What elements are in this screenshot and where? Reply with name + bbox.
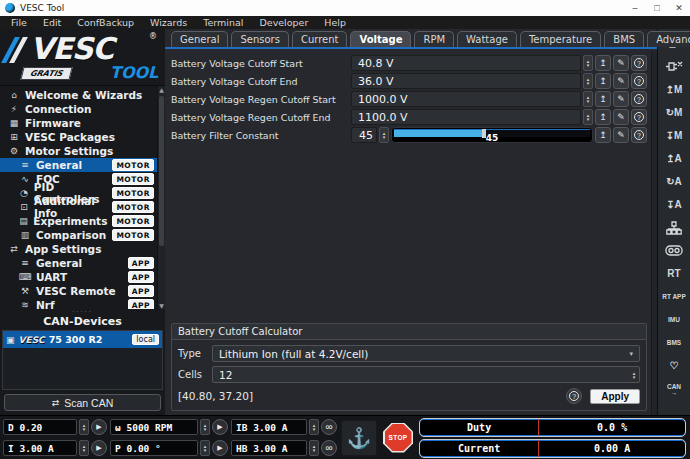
param-edit-button[interactable]: ✎ xyxy=(613,91,629,107)
battery-type-dropdown[interactable]: Lithium Ion (full at 4.2V/cell) ▾ xyxy=(212,345,640,362)
sidebar-item-motor-settings[interactable]: ⚙ Motor Settings xyxy=(0,144,165,158)
current-input[interactable]: I 3.00 A xyxy=(3,440,77,456)
can-forward-button[interactable]: CAN → xyxy=(661,379,687,398)
param-upload-button[interactable]: ↥ xyxy=(595,91,611,107)
tab-voltage[interactable]: Voltage xyxy=(350,31,411,47)
handbrake-input[interactable]: HB 3.00 A xyxy=(231,440,307,456)
param-spinner[interactable]: ▴▾ xyxy=(583,109,593,125)
menu-wizards[interactable]: Wizards xyxy=(143,17,194,28)
sidebar-item-firmware[interactable]: ▦ Firmware xyxy=(0,116,165,130)
param-spinner[interactable]: ▴▾ xyxy=(583,55,593,71)
menu-confbackup[interactable]: ConfBackup xyxy=(70,17,141,28)
cells-spinbox[interactable]: 12 ▴▾ xyxy=(212,366,640,383)
menu-developer[interactable]: Developer xyxy=(252,17,315,28)
param-edit-button[interactable]: ✎ xyxy=(613,73,629,89)
run-speed-button[interactable]: ▶ xyxy=(212,419,228,435)
can-device-row[interactable]: ▣ VESC 75 300 R2 local xyxy=(3,331,162,348)
sidebar-scrollbar[interactable]: ▲ ▼ xyxy=(157,86,165,309)
param-help-button[interactable]: ? xyxy=(631,73,647,89)
run-handbrake-button[interactable]: ∞ xyxy=(321,440,337,456)
sidebar-item-comparison[interactable]: ▥ Comparison MOTOR xyxy=(0,228,165,242)
run-position-button[interactable]: ▶ xyxy=(212,440,228,456)
sidebar-item-nrf[interactable]: ≋ Nrf APP xyxy=(0,298,165,309)
speed-spinner[interactable]: ▴▾ xyxy=(200,419,210,435)
rt-data-button[interactable]: RT xyxy=(661,264,687,283)
sidebar-item-app-general[interactable]: ≡ General APP xyxy=(0,256,165,270)
main-scrollbar[interactable] xyxy=(651,51,657,415)
run-duty-button[interactable]: ▶ xyxy=(91,419,107,435)
can-network-button[interactable] xyxy=(661,218,687,237)
read-app-config-button[interactable]: ↥A xyxy=(661,149,687,168)
menu-file[interactable]: File xyxy=(4,17,34,28)
speed-input[interactable]: ω 5000 RPM xyxy=(110,419,198,435)
cells-spinner[interactable]: ▴▾ xyxy=(629,367,639,383)
read-motor-config-button[interactable]: ↥M xyxy=(661,80,687,99)
tab-advanced[interactable]: Advanced xyxy=(647,31,690,47)
param-upload-button[interactable]: ↥ xyxy=(595,127,611,143)
param-help-button[interactable]: ? xyxy=(631,55,647,71)
brake-current-spinner[interactable]: ▴▾ xyxy=(309,419,319,435)
calculator-help-button[interactable]: ? xyxy=(566,388,582,404)
param-help-button[interactable]: ? xyxy=(631,127,647,143)
run-brake-button[interactable]: ∞ xyxy=(321,419,337,435)
scan-can-button[interactable]: ⇄ Scan CAN xyxy=(4,394,161,411)
param-spinner[interactable]: ▴▾ xyxy=(583,91,593,107)
param-value-field[interactable]: 40.8 V xyxy=(351,55,581,71)
write-app-config-button[interactable]: ↧A xyxy=(661,195,687,214)
sidebar-item-vesc-packages[interactable]: ⊞ VESC Packages xyxy=(0,130,165,144)
duty-spinner[interactable]: ▴▾ xyxy=(79,419,89,435)
default-motor-config-button[interactable]: ↻M xyxy=(661,103,687,122)
menu-edit[interactable]: Edit xyxy=(36,17,68,28)
scroll-down-icon[interactable]: ▼ xyxy=(158,302,165,309)
close-button[interactable]: ✕ xyxy=(668,0,690,16)
maximize-button[interactable]: □ xyxy=(646,0,668,16)
param-upload-button[interactable]: ↥ xyxy=(595,73,611,89)
tab-rpm[interactable]: RPM xyxy=(414,31,454,47)
run-current-button[interactable]: ▶ xyxy=(91,440,107,456)
tab-sensors[interactable]: Sensors xyxy=(231,31,289,47)
rt-app-button[interactable]: RT APP xyxy=(661,287,687,306)
handbrake-spinner[interactable]: ▴▾ xyxy=(309,440,319,456)
tab-wattage[interactable]: Wattage xyxy=(457,31,517,47)
tab-current[interactable]: Current xyxy=(292,31,348,47)
filter-constant-slider[interactable]: 45 xyxy=(391,127,593,143)
param-help-button[interactable]: ? xyxy=(631,91,647,107)
param-edit-button[interactable]: ✎ xyxy=(613,55,629,71)
tab-general[interactable]: General xyxy=(171,31,228,47)
favorite-button[interactable]: ♡ xyxy=(661,356,687,375)
sidebar-item-vesc-remote[interactable]: ⚒ VESC Remote APP xyxy=(0,284,165,298)
menu-help[interactable]: Help xyxy=(317,17,353,28)
param-edit-button[interactable]: ✎ xyxy=(613,109,629,125)
imu-button[interactable]: IMU xyxy=(661,310,687,329)
param-value-field[interactable]: 1100.0 V xyxy=(351,109,581,125)
sidebar-item-welcome-wizards[interactable]: ⌂ Welcome & Wizards xyxy=(0,88,165,102)
sidebar-item-connection[interactable]: ⚡ Connection xyxy=(0,102,165,116)
sidebar-item-app-settings[interactable]: ⇄ App Settings xyxy=(0,242,165,256)
default-app-config-button[interactable]: ↻A xyxy=(661,172,687,191)
menu-terminal[interactable]: Terminal xyxy=(196,17,250,28)
realtime-goggles-button[interactable] xyxy=(661,241,687,260)
handbrake-anchor-button[interactable]: ⚓ xyxy=(341,420,377,456)
brake-current-input[interactable]: IB 3.00 A xyxy=(231,419,307,435)
param-value-field[interactable]: 1000.0 V xyxy=(351,91,581,107)
sidebar-item-experiments[interactable]: ▤ Experiments MOTOR xyxy=(0,214,165,228)
sidebar-item-additional-info[interactable]: ⊡ Additional Info MOTOR xyxy=(0,200,165,214)
param-edit-button[interactable]: ✎ xyxy=(613,127,629,143)
param-upload-button[interactable]: ↥ xyxy=(595,109,611,125)
param-help-button[interactable]: ? xyxy=(631,109,647,125)
bms-button[interactable]: BMS xyxy=(661,333,687,352)
scrollbar-thumb[interactable] xyxy=(159,96,164,246)
scroll-up-icon[interactable]: ▲ xyxy=(158,86,165,93)
write-motor-config-button[interactable]: ↧M xyxy=(661,126,687,145)
stop-motor-button[interactable]: STOP xyxy=(381,421,415,455)
sidebar-item-motor-general[interactable]: ≡ General MOTOR xyxy=(0,158,165,172)
tab-temperature[interactable]: Temperature xyxy=(520,31,601,47)
duty-input[interactable]: D 0.20 xyxy=(3,419,77,435)
minimize-button[interactable]: – xyxy=(624,0,646,16)
sidebar-item-uart[interactable]: ⌨ UART APP xyxy=(0,270,165,284)
param-value-field[interactable]: 36.0 V xyxy=(351,73,581,89)
param-spinner[interactable]: ▴▾ xyxy=(379,127,389,143)
current-spinner[interactable]: ▴▾ xyxy=(79,440,89,456)
filter-constant-spinbox[interactable]: 45 xyxy=(351,127,377,143)
apply-button[interactable]: Apply xyxy=(590,389,640,404)
